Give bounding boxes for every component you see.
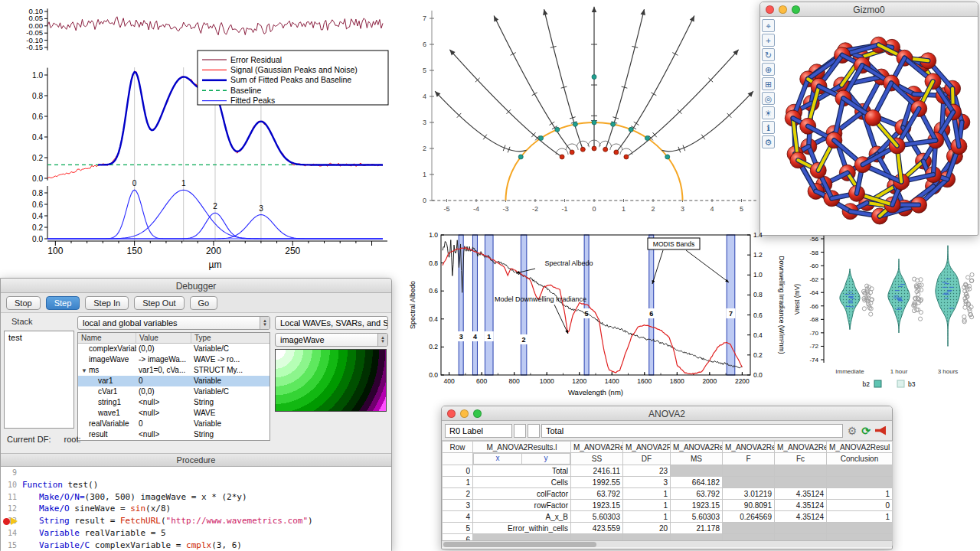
row-number-cell[interactable]: 2: [443, 488, 473, 500]
stack-list[interactable]: test: [4, 331, 74, 429]
camera-icon[interactable]: ◎: [762, 92, 775, 105]
zoom-icon[interactable]: ⊕: [762, 63, 775, 76]
data-cell[interactable]: 2416.11: [571, 465, 623, 477]
data-cell[interactable]: 1923.15: [571, 500, 623, 511]
data-cell[interactable]: 23: [623, 465, 671, 477]
anova-column-header[interactable]: M_ANOVA2Resul: [723, 442, 775, 453]
row-label-cell[interactable]: R0 Label: [445, 424, 512, 438]
anova-column-header[interactable]: M_ANOVA2Resul: [571, 442, 623, 453]
close-button[interactable]: [766, 5, 774, 14]
data-cell[interactable]: 4.35124: [775, 488, 827, 500]
zoom-button[interactable]: [792, 5, 800, 14]
pointer-icon[interactable]: ⌖: [762, 19, 775, 32]
anova-titlebar[interactable]: ANOVA2: [442, 406, 892, 421]
debugger-button-go[interactable]: Go: [190, 296, 218, 310]
row-number-cell[interactable]: 1: [443, 477, 473, 488]
procedure-code[interactable]: 910Function test()11Make/O/N=(300, 500) …: [1, 467, 391, 551]
announce-icon[interactable]: [875, 426, 886, 435]
anova-column-header[interactable]: M_ANOVA2Resul: [671, 442, 723, 453]
anova-subheader[interactable]: Conclusion: [827, 453, 893, 465]
data-cell[interactable]: [775, 477, 827, 488]
variable-row[interactable]: wave1<null>WAVE: [78, 408, 270, 419]
data-cell[interactable]: Error_within_cells: [473, 523, 571, 534]
data-cell[interactable]: 4.35124: [775, 511, 827, 523]
minimize-button[interactable]: [779, 5, 787, 14]
gizmo-titlebar[interactable]: Gizmo0: [760, 2, 978, 17]
data-cell[interactable]: [775, 523, 827, 534]
data-cell[interactable]: 664.182: [671, 477, 723, 488]
data-cell[interactable]: [723, 477, 775, 488]
gear-icon[interactable]: ⚙: [848, 425, 858, 436]
data-cell[interactable]: 0: [827, 500, 893, 511]
data-cell[interactable]: 20: [623, 523, 671, 534]
anova-subheader[interactable]: F: [723, 453, 775, 465]
row-number-cell[interactable]: 0: [443, 465, 473, 477]
data-cell[interactable]: [723, 465, 775, 477]
scrollbar-thumb[interactable]: [443, 542, 596, 547]
data-cell[interactable]: 5.60303: [571, 511, 623, 523]
data-cell[interactable]: [827, 523, 893, 534]
settings-icon[interactable]: ⚙: [762, 135, 775, 148]
zoom-button[interactable]: [473, 409, 482, 418]
data-cell[interactable]: 1: [827, 488, 893, 500]
expander-icon[interactable]: ▼: [81, 367, 87, 374]
data-cell[interactable]: colFactor: [473, 488, 571, 500]
row-number-cell[interactable]: 4: [443, 511, 473, 523]
variable-row[interactable]: cVar1(0,0)Variable/C: [78, 386, 270, 397]
debugger-titlebar[interactable]: Debugger: [1, 279, 391, 293]
variable-row[interactable]: string1<null>String: [78, 397, 270, 408]
image-wave-preview[interactable]: [275, 349, 387, 412]
anova-table-row[interactable]: 5Error_within_cells423.5592021.178: [443, 523, 893, 534]
lighting-icon[interactable]: ☀: [762, 106, 775, 119]
rotate-icon[interactable]: ↻: [762, 48, 775, 61]
minimize-button[interactable]: [460, 409, 469, 418]
stack-frame[interactable]: test: [5, 331, 74, 344]
dropdown-arrows-icon[interactable]: ▲▼: [260, 317, 270, 329]
anova-column-header[interactable]: M_ANOVA2Resul: [775, 442, 827, 453]
variable-scope-dropdown[interactable]: local and global variables ▲▼: [77, 316, 270, 330]
anova-table-row[interactable]: 2colFactor63.792163.7923.012194.351241: [443, 488, 893, 500]
variables-column-header[interactable]: Type: [191, 333, 270, 343]
procedure-header[interactable]: Procedure: [1, 453, 391, 467]
data-cell[interactable]: 1923.15: [671, 500, 723, 511]
variable-row[interactable]: realVariable0Variable: [78, 419, 270, 429]
corner-cell-a[interactable]: [514, 424, 526, 438]
axes-icon[interactable]: ⊞: [762, 77, 775, 90]
corner-cell-b[interactable]: [528, 424, 540, 438]
row-number-cell[interactable]: 5: [443, 523, 473, 534]
anova-subheader[interactable]: SS: [571, 453, 623, 465]
data-cell[interactable]: 423.559: [571, 523, 623, 534]
anova-column-header[interactable]: M_ANOVA2Results.l: [473, 442, 571, 453]
variable-row[interactable]: ▼msvar1=0, cVa...STRUCT My...: [78, 365, 270, 376]
data-cell[interactable]: 21.178: [671, 523, 723, 534]
data-cell[interactable]: 1992.55: [571, 477, 623, 488]
anova-subheader[interactable]: MS: [671, 453, 723, 465]
anova-subheader[interactable]: DF: [623, 453, 671, 465]
variables-column-header[interactable]: Name: [78, 333, 136, 343]
data-cell[interactable]: 63.792: [671, 488, 723, 500]
debugger-button-step-in[interactable]: Step In: [85, 296, 129, 310]
data-cell[interactable]: [723, 523, 775, 534]
anova-results-table[interactable]: RowM_ANOVA2Results.lM_ANOVA2ResulM_ANOVA…: [442, 441, 893, 546]
dropdown-arrows-icon[interactable]: ▲▼: [377, 334, 387, 346]
anova-column-header[interactable]: Row: [443, 442, 473, 453]
data-cell[interactable]: [775, 465, 827, 477]
variable-row[interactable]: result<null>String: [78, 429, 270, 440]
data-cell[interactable]: 0.264569: [723, 511, 775, 523]
data-cell[interactable]: 5.60303: [671, 511, 723, 523]
data-cell[interactable]: rowFactor: [473, 500, 571, 511]
variable-row[interactable]: imageWave-> imageWa...WAVE -> ro...: [78, 354, 270, 365]
anova-table-row[interactable]: 0Total2416.1123: [443, 465, 893, 477]
data-cell[interactable]: [671, 465, 723, 477]
anova-table-row[interactable]: 4A_x_B5.6030315.603030.2645694.351241: [443, 511, 893, 523]
data-cell[interactable]: Cells: [473, 477, 571, 488]
data-cell[interactable]: 1: [623, 488, 671, 500]
data-cell[interactable]: [827, 477, 893, 488]
variable-row[interactable]: complexVariable(0,0)Variable/C: [78, 344, 270, 354]
data-cell[interactable]: 63.792: [571, 488, 623, 500]
data-cell[interactable]: A_x_B: [473, 511, 571, 523]
data-cell[interactable]: 3.01219: [723, 488, 775, 500]
wave-select-dropdown[interactable]: imageWave ▲▼: [275, 333, 388, 347]
formula-cell[interactable]: Total: [541, 424, 843, 438]
anova-column-header[interactable]: M_ANOVA2Resul: [623, 442, 671, 453]
